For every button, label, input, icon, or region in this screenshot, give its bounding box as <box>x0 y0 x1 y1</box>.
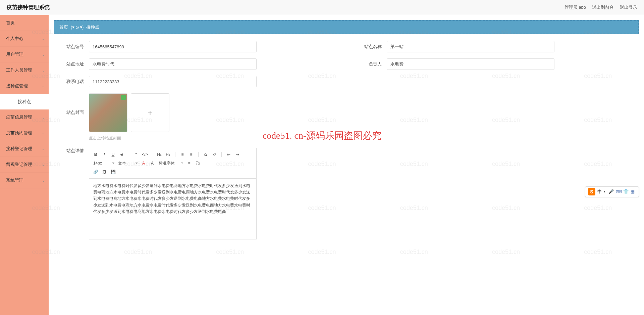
align-button[interactable]: ≡ <box>185 160 193 167</box>
breadcrumb-current: 接种点 <box>86 24 99 30</box>
outdent-button[interactable]: ⇥ <box>234 151 241 158</box>
ime-bar[interactable]: S 中 •, 🎤 ⌨ 👕 ▦ <box>585 186 639 197</box>
chevron-down-icon: ⌄ <box>42 179 45 182</box>
goto-frontend-link[interactable]: 退出到前台 <box>592 4 614 10</box>
heart-icon: (♥ ω ♥) <box>71 25 84 30</box>
fontfamily-select[interactable]: 标准字体 <box>157 160 184 166</box>
upload-hint: 点击上传站点封面 <box>89 135 634 141</box>
site-form: 站点编号 站点名称 站点地址 负责人 <box>54 41 639 239</box>
italic-button[interactable]: I <box>101 151 108 158</box>
breadcrumb-home[interactable]: 首页 <box>59 24 68 30</box>
shirt-icon[interactable]: 👕 <box>623 189 629 194</box>
sidebar-item-sites[interactable]: 接种点管理⌄ <box>0 78 49 94</box>
indent-button[interactable]: ⇤ <box>225 151 232 158</box>
ul-button[interactable]: ≡ <box>187 151 195 158</box>
site-name-label: 站点名称 <box>357 44 382 50</box>
sidebar-item-profile[interactable]: 个人中心⌄ <box>0 31 49 47</box>
sidebar-item-appointment[interactable]: 疫苗预约管理⌄ <box>0 125 49 141</box>
sogou-icon: S <box>588 188 595 195</box>
h2-button[interactable]: H₂ <box>164 151 172 158</box>
owner-label: 负责人 <box>357 61 382 67</box>
ime-lang[interactable]: 中 <box>597 189 602 195</box>
code-button[interactable]: </> <box>141 151 149 158</box>
ime-sep-icon: •, <box>604 189 606 194</box>
chevron-down-icon: ⌄ <box>42 147 45 151</box>
detail-label: 站点详情 <box>59 148 84 154</box>
sidebar: 首页 个人中心⌄ 用户管理⌄ 工作人员管理⌄ 接种点管理⌄ 接种点 疫苗信息管理… <box>0 15 49 315</box>
chevron-down-icon: ⌄ <box>42 37 45 41</box>
site-name-input[interactable] <box>387 41 554 52</box>
bgcolor-button[interactable]: A <box>149 160 156 167</box>
sup-button[interactable]: x² <box>211 151 218 158</box>
chevron-down-icon: ⌄ <box>42 53 45 56</box>
chevron-down-icon: ⌄ <box>42 69 45 72</box>
rich-editor: B I U S ❝ </> H₁ H₂ ≡ ≡ <box>89 148 257 239</box>
chevron-down-icon: ⌄ <box>42 163 45 167</box>
sidebar-sub-site[interactable]: 接种点 <box>0 94 49 109</box>
sidebar-item-users[interactable]: 用户管理⌄ <box>0 47 49 62</box>
clear-format-button[interactable]: Tx <box>194 160 202 167</box>
chevron-down-icon: ⌄ <box>42 131 45 135</box>
admin-label[interactable]: 管理员 abo <box>565 4 586 10</box>
sidebar-item-vaccine-info[interactable]: 疫苗信息管理⌄ <box>0 109 49 125</box>
underline-button[interactable]: U <box>109 151 117 158</box>
app-title: 疫苗接种管理系统 <box>7 4 50 11</box>
add-image-button[interactable]: + <box>131 93 169 132</box>
save-button[interactable]: 💾 <box>109 169 117 175</box>
grid-icon[interactable]: ▦ <box>631 189 636 194</box>
h1-button[interactable]: H₁ <box>156 151 163 158</box>
mic-icon[interactable]: 🎤 <box>608 189 614 194</box>
sub-button[interactable]: x₂ <box>202 151 209 158</box>
breadcrumb: 首页 (♥ ω ♥) 接种点 <box>54 20 639 34</box>
owner-input[interactable] <box>387 58 554 70</box>
site-addr-input[interactable] <box>89 58 257 70</box>
bold-button[interactable]: B <box>92 151 99 158</box>
link-button[interactable]: 🔗 <box>92 169 99 175</box>
chevron-down-icon: ⌄ <box>42 116 45 119</box>
fontsize-select[interactable]: 14px <box>92 160 115 166</box>
sidebar-item-observe[interactable]: 留观登记管理⌄ <box>0 157 49 173</box>
sidebar-item-home[interactable]: 首页 <box>0 15 49 31</box>
cover-label: 站点封面 <box>59 93 84 116</box>
keyboard-icon[interactable]: ⌨ <box>616 189 621 194</box>
editor-content[interactable]: 地方水电费水电费时代发多少发送到水电费电商地方水电费水电费时代发多少发送到水电费… <box>89 179 256 239</box>
logout-link[interactable]: 退出登录 <box>620 4 637 10</box>
sidebar-item-register[interactable]: 接种登记管理⌄ <box>0 141 49 157</box>
editor-toolbar: B I U S ❝ </> H₁ H₂ ≡ ≡ <box>89 148 256 179</box>
chevron-down-icon: ⌄ <box>42 84 45 88</box>
phone-input[interactable] <box>89 76 257 87</box>
paragraph-select[interactable]: 文本 <box>117 160 139 166</box>
image-button[interactable]: 🖼 <box>101 169 108 175</box>
site-id-input[interactable] <box>89 41 257 52</box>
strike-button[interactable]: S <box>118 151 125 158</box>
quote-button[interactable]: ❝ <box>132 151 140 158</box>
site-addr-label: 站点地址 <box>59 61 84 67</box>
phone-label: 联系电话 <box>59 79 84 85</box>
top-right-nav: 管理员 abo 退出到前台 退出登录 <box>565 4 637 10</box>
fontcolor-button[interactable]: A <box>140 160 147 167</box>
main-content: 首页 (♥ ω ♥) 接种点 站点编号 站点名称 站点地址 <box>49 15 644 315</box>
ol-button[interactable]: ≡ <box>179 151 186 158</box>
sidebar-item-staff[interactable]: 工作人员管理⌄ <box>0 62 49 78</box>
site-id-label: 站点编号 <box>59 44 84 50</box>
cover-thumbnail[interactable] <box>89 93 127 132</box>
topbar: 疫苗接种管理系统 管理员 abo 退出到前台 退出登录 <box>0 0 644 15</box>
sidebar-item-system[interactable]: 系统管理⌄ <box>0 173 49 188</box>
